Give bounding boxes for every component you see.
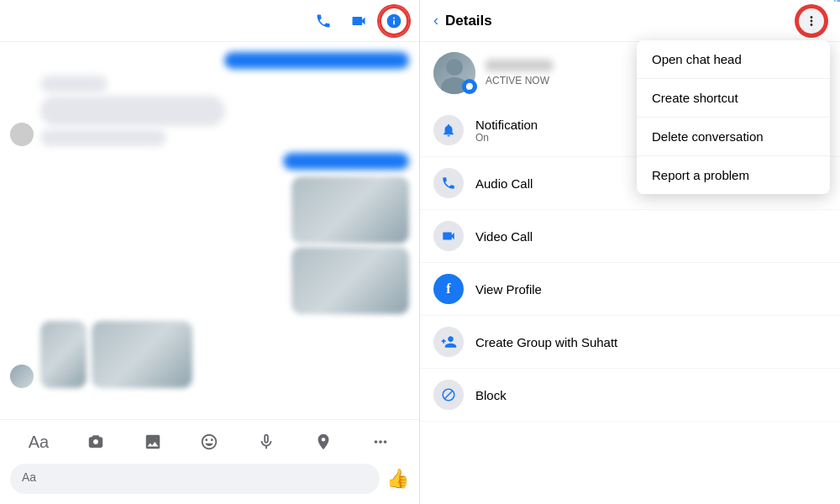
incoming-bubble-group xyxy=(40,76,225,146)
message-row xyxy=(10,52,409,69)
create-group-content: Create Group with Suhatt xyxy=(475,335,617,349)
details-header-left: ‹ Details xyxy=(433,12,492,29)
more-options-button[interactable] xyxy=(796,6,827,36)
facebook-icon: f xyxy=(433,274,464,304)
messenger-badge xyxy=(462,79,477,94)
details-panel: ‹ Details AC xyxy=(420,0,840,504)
message-bubble xyxy=(283,153,409,170)
details-title: Details xyxy=(445,13,492,29)
message-input[interactable]: Aa xyxy=(10,464,380,494)
message-row xyxy=(10,321,409,388)
outgoing-bubble-group xyxy=(224,52,409,69)
image-bubble xyxy=(291,247,409,314)
input-icons: Aa xyxy=(10,427,409,457)
mic-button[interactable] xyxy=(251,427,281,457)
message-row xyxy=(10,153,409,170)
context-menu-item-report-problem[interactable]: Report a problem xyxy=(637,156,830,194)
block-content: Block xyxy=(475,388,507,402)
context-menu: Open chat head Create shortcut Delete co… xyxy=(637,40,830,194)
emoji-button[interactable] xyxy=(194,427,224,457)
back-button[interactable]: ‹ xyxy=(433,12,438,29)
audio-call-content: Audio Call xyxy=(475,176,533,191)
active-status: ACTIVE NOW xyxy=(486,75,553,87)
context-menu-item-open-chat-head[interactable]: Open chat head xyxy=(637,40,830,79)
profile-avatar xyxy=(433,52,475,94)
notification-sublabel: On xyxy=(475,132,538,144)
details-item-create-group[interactable]: Create Group with Suhatt xyxy=(420,316,840,369)
view-profile-label: View Profile xyxy=(475,282,542,297)
context-menu-item-delete-conversation[interactable]: Delete conversation xyxy=(637,118,830,156)
message-row xyxy=(10,76,409,146)
block-icon xyxy=(433,380,464,410)
notification-content: Notification On xyxy=(475,118,538,144)
details-header: ‹ Details xyxy=(420,0,840,42)
text-input-row: Aa 👍 xyxy=(10,460,409,497)
video-call-label: Video Call xyxy=(475,229,533,244)
location-button[interactable] xyxy=(308,427,339,457)
contact-avatar xyxy=(10,123,34,146)
message-bubble xyxy=(40,76,108,92)
message-bubble xyxy=(224,52,409,69)
message-row xyxy=(10,176,409,314)
chat-header xyxy=(0,0,419,42)
message-bubble xyxy=(40,96,225,126)
image-bubble xyxy=(92,321,192,388)
svg-point-0 xyxy=(446,59,463,76)
video-call-icon xyxy=(433,221,464,251)
outgoing-image-group xyxy=(291,176,409,314)
profile-text: ACTIVE NOW xyxy=(486,60,553,87)
create-group-icon xyxy=(433,327,464,357)
details-item-video-call[interactable]: Video Call xyxy=(420,210,840,263)
notification-icon xyxy=(433,115,464,145)
send-like-button[interactable]: 👍 xyxy=(386,468,409,490)
details-item-view-profile[interactable]: f View Profile xyxy=(420,263,840,316)
font-button[interactable]: Aa xyxy=(24,427,54,457)
view-profile-content: View Profile xyxy=(475,282,542,297)
chat-input-bar: Aa xyxy=(0,419,419,504)
block-label: Block xyxy=(475,388,507,402)
chat-messages xyxy=(0,42,419,419)
chat-header-icons xyxy=(308,6,409,36)
profile-name-blurred xyxy=(486,60,553,71)
outgoing-bubble-group xyxy=(283,153,409,170)
incoming-image-group xyxy=(40,321,192,388)
audio-call-label: Audio Call xyxy=(475,176,533,191)
context-menu-item-create-shortcut[interactable]: Create shortcut xyxy=(637,79,830,118)
image-bubble xyxy=(291,176,409,244)
info-button[interactable] xyxy=(379,6,409,36)
notification-label: Notification xyxy=(475,118,538,132)
chat-panel: Aa xyxy=(0,0,420,504)
image-bubble xyxy=(40,321,87,388)
audio-call-button[interactable] xyxy=(308,6,339,36)
video-call-content: Video Call xyxy=(475,229,533,244)
more-options-button[interactable] xyxy=(365,427,396,457)
contact-avatar xyxy=(10,365,34,388)
video-call-button[interactable] xyxy=(344,6,374,36)
details-item-block[interactable]: Block xyxy=(420,369,840,422)
camera-button[interactable] xyxy=(81,427,111,457)
create-group-label: Create Group with Suhatt xyxy=(475,335,617,349)
image-button[interactable] xyxy=(138,427,168,457)
audio-call-icon: HD xyxy=(433,168,464,198)
message-bubble xyxy=(40,129,166,146)
